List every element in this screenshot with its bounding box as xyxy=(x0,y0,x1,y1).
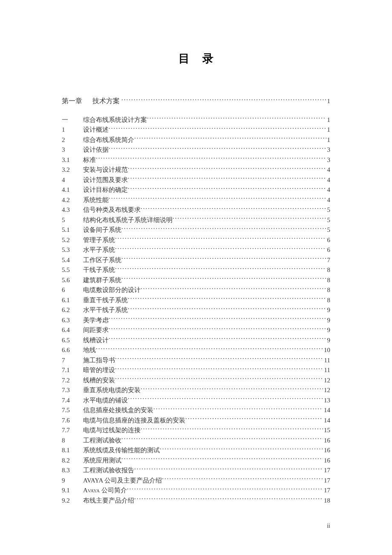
toc-entry-number: 6 xyxy=(62,285,83,295)
toc-entry-row: 8工程测试验收16 xyxy=(62,436,330,446)
toc-entry-number: 8.2 xyxy=(62,456,83,466)
toc-entry-label: 综合布线系统简介 xyxy=(83,135,134,145)
toc-entry-row: 6.5线槽设计9 xyxy=(62,335,330,346)
toc-entry-label: 信息插座处接线盒的安装 xyxy=(83,405,153,416)
toc-entry-row: 6.4间距要求9 xyxy=(62,325,330,335)
toc-entry-page: 8 xyxy=(326,275,331,286)
toc-entry-page: 6 xyxy=(326,235,331,246)
toc-leader-dots xyxy=(121,97,326,103)
toc-entry-number: 4.1 xyxy=(62,185,83,195)
toc-entry-page: 17 xyxy=(323,486,330,496)
toc-leader-dots xyxy=(109,336,326,342)
toc-entry-page: 8 xyxy=(326,295,331,306)
page-footer: ii xyxy=(327,523,330,529)
toc-entry-page: 8 xyxy=(326,285,331,295)
toc-entry-label: 水平子系统 xyxy=(83,245,115,255)
toc-entry-page: 13 xyxy=(323,396,330,406)
toc-leader-dots xyxy=(141,286,326,292)
toc-entry-number: 7.2 xyxy=(62,376,83,386)
toc-entry-row: 7.1暗管的埋设11 xyxy=(62,365,330,376)
toc-entry-row: 6.6地线10 xyxy=(62,345,330,356)
toc-entry-label: 间距要求 xyxy=(83,325,109,335)
toc-entry-row: 9AVAYA 公司及主要产品介绍17 xyxy=(62,476,330,486)
toc-entry-label: 电缆敷设部分的设计 xyxy=(83,285,141,295)
toc-entry-label: 线槽的安装 xyxy=(83,376,115,386)
toc-entry-number: 第一章 xyxy=(62,96,92,106)
toc-leader-dots xyxy=(162,476,323,483)
toc-leader-dots xyxy=(109,145,326,152)
toc-entry-number: 5.6 xyxy=(62,275,83,286)
toc-entry-row: 7.2线槽的安装12 xyxy=(62,376,330,386)
toc-entry-page: 4 xyxy=(326,185,331,195)
toc-entry-row: 8.3工程测试验收报告17 xyxy=(62,465,330,476)
toc-leader-dots xyxy=(121,256,326,262)
toc-entry-page: 9 xyxy=(326,325,331,335)
toc-entry-label: 美学考虑 xyxy=(83,315,109,326)
toc-entry-row: 3设计依据3 xyxy=(62,145,330,155)
toc-entry-page: 17 xyxy=(323,465,330,476)
toc-entry-row: 4设计范围及要求4 xyxy=(62,175,330,185)
toc-entry-number: 8.3 xyxy=(62,465,83,476)
toc-entry-row: 7.7电缆与过线架的连接15 xyxy=(62,425,330,436)
toc-entry-row: 7.3垂直系统电缆的安装12 xyxy=(62,385,330,396)
toc-leader-dots xyxy=(128,306,326,312)
toc-entry-label: 系统应用测试 xyxy=(83,456,121,466)
toc-leader-dots xyxy=(115,356,323,362)
toc-leader-dots xyxy=(121,276,326,282)
toc-leader-dots xyxy=(141,426,323,432)
toc-entry-label: 工程测试验收 xyxy=(83,436,121,446)
toc-entry-label: 信号种类及布线要求 xyxy=(83,205,141,215)
toc-entry-label: 技术方案 xyxy=(92,96,120,106)
toc-entry-label: 系统性能 xyxy=(83,195,109,205)
toc-entry-page: 17 xyxy=(323,476,330,486)
toc-entry-number: 3 xyxy=(62,145,83,155)
toc-entry-page: 7 xyxy=(326,255,331,266)
toc-entry-number: 6.5 xyxy=(62,335,83,346)
toc-leader-dots xyxy=(115,246,326,252)
toc-entry-label: 电缆与过线架的连接 xyxy=(83,425,141,436)
toc-entry-page: 11 xyxy=(323,356,330,366)
toc-entry-row: 5.5干线子系统8 xyxy=(62,265,330,275)
toc-entry-page: 3 xyxy=(326,145,331,155)
toc-entry-label: 水平干线子系统 xyxy=(83,305,128,315)
toc-entry-row: 3.2安装与设计规范4 xyxy=(62,165,330,175)
toc-entry-number: 4.3 xyxy=(62,205,83,215)
toc-leader-dots xyxy=(128,185,326,192)
toc-entry-page: 14 xyxy=(323,405,330,416)
toc-entry-number: 6.3 xyxy=(62,315,83,326)
toc-list: 一综合布线系统设计方案11设计概述12综合布线系统简介13设计依据33.1标准3… xyxy=(62,115,330,506)
toc-entry-label: 设计依据 xyxy=(83,145,109,155)
toc-entry-number: 7.6 xyxy=(62,416,83,426)
toc-entry-row: 2综合布线系统简介1 xyxy=(62,135,330,145)
toc-entry-row: 5.2管理子系统6 xyxy=(62,235,330,246)
toc-entry-number: 7.1 xyxy=(62,365,83,376)
toc-entry-label: 垂直系统电缆的安装 xyxy=(83,385,141,396)
toc-entry-page: 1 xyxy=(326,135,331,145)
toc-leader-dots xyxy=(134,466,323,472)
toc-entry-number: 一 xyxy=(62,115,83,125)
toc-entry-page: 16 xyxy=(323,445,330,456)
toc-entry-label: 线槽设计 xyxy=(83,335,109,346)
toc-leader-dots xyxy=(121,225,326,232)
toc-entry-number: 7.4 xyxy=(62,396,83,406)
toc-entry-label: 布线主要产品介绍 xyxy=(83,496,134,506)
toc-entry-number: 1 xyxy=(62,125,83,135)
toc-entry-number: 6.1 xyxy=(62,295,83,306)
toc-entry-row: 7.5信息插座处接线盒的安装14 xyxy=(62,405,330,416)
toc-entry-label: 工程测试验收报告 xyxy=(83,465,134,476)
toc-entry-row: 3.1标准3 xyxy=(62,155,330,165)
toc-entry-page: 1 xyxy=(326,115,331,125)
toc-entry-page: 18 xyxy=(323,496,330,506)
toc-entry-label: 标准 xyxy=(83,155,96,165)
toc-entry-number: 7.7 xyxy=(62,425,83,436)
toc-leader-dots xyxy=(115,376,323,382)
toc-entry-row: 5.1设备间子系统5 xyxy=(62,225,330,235)
toc-entry-number: 5 xyxy=(62,215,83,225)
toc-entry-page: 1 xyxy=(326,125,331,135)
toc-entry-page: 12 xyxy=(323,385,330,396)
toc-entry-page: 4 xyxy=(326,165,331,175)
toc-entry-page: 16 xyxy=(323,436,330,446)
toc-entry-page: 8 xyxy=(326,265,331,275)
toc-leader-dots xyxy=(153,406,323,412)
toc-entry-label: 工作区子系统 xyxy=(83,255,121,266)
